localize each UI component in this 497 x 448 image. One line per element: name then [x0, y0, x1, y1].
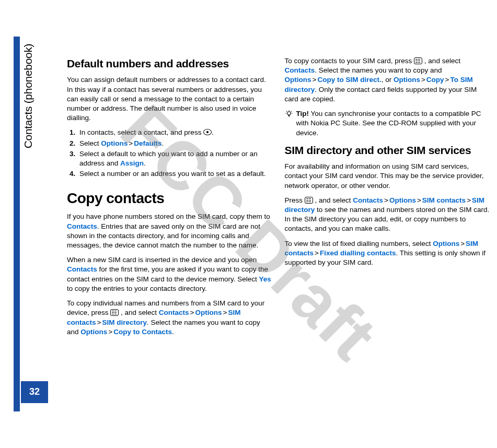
tip-label: Tip!: [296, 110, 309, 117]
paragraph-sim-1: For availability and information on usin…: [285, 162, 490, 191]
link-contacts-2: Contacts: [67, 265, 97, 273]
step-1-text-a: In contacts, select a contact, and press: [79, 128, 203, 136]
step-2-text-a: Select: [79, 139, 101, 147]
gt: >: [383, 196, 389, 204]
p-sim2-b: , and select: [313, 196, 353, 204]
gt: >: [416, 196, 422, 204]
p-copy3-d: .: [172, 328, 174, 336]
paragraph-copy-1: If you have phone numbers stored on the …: [67, 212, 272, 250]
p-sim2-a: Press: [285, 196, 305, 204]
section-tab-label: Contacts (phonebook): [21, 28, 36, 164]
page-body: Default numbers and addresses You can as…: [67, 56, 490, 411]
menu-key-icon-2: [414, 57, 422, 64]
separator-gt: >: [128, 139, 134, 147]
paragraph-copy-4: To copy contacts to your SIM card, press…: [285, 56, 490, 104]
p-copy3-b: , and select: [119, 309, 159, 316]
link-contacts-4: Contacts: [285, 66, 315, 74]
step-3: Select a default to which you want to ad…: [77, 149, 272, 168]
link-copy: Copy: [426, 76, 444, 84]
link-options: Options: [101, 139, 128, 147]
paragraph-default-intro: You can assign default numbers or addres…: [67, 75, 272, 123]
link-options-3: Options: [80, 328, 107, 336]
tip-text: You can synchronise your contacts to a c…: [296, 110, 481, 136]
menu-key-icon: [110, 309, 119, 316]
center-key-icon: [203, 129, 212, 135]
p-sim2-c: to see the names and numbers stored on t…: [285, 206, 490, 232]
link-yes: Yes: [259, 275, 271, 283]
link-sim-contacts-2: SIM contacts: [422, 196, 466, 204]
tip-body: Tip! You can synchronise your contacts t…: [296, 109, 490, 138]
paragraph-copy-2: When a new SIM card is inserted in the d…: [67, 255, 272, 293]
section-tab: Contacts (phonebook): [21, 28, 48, 164]
heading-sim-directory: SIM directory and other SIM services: [285, 143, 490, 158]
p-copy1-a: If you have phone numbers stored on the …: [67, 213, 270, 220]
tip-block: Tip! You can synchronise your contacts t…: [285, 109, 490, 138]
heading-default-numbers: Default numbers and addresses: [67, 56, 272, 71]
p-copy4-b: , and select: [422, 57, 460, 65]
link-fixed-dialling: Fixed dialling contacts: [320, 249, 396, 257]
gt: >: [459, 240, 466, 247]
link-contacts-3: Contacts: [159, 309, 189, 316]
link-options-6: Options: [389, 196, 416, 204]
link-defaults: Defaults: [134, 139, 161, 147]
gt: >: [96, 319, 102, 326]
link-options-2: Options: [195, 309, 222, 316]
gt: >: [222, 309, 228, 316]
step-2: Select Options>Defaults.: [77, 139, 272, 148]
gt: >: [466, 196, 472, 204]
link-sim-directory: SIM directory: [102, 319, 147, 326]
link-assign: Assign: [120, 159, 144, 167]
p-copy2-c: to copy the entries to your contacts dir…: [67, 285, 207, 292]
side-blue-bar: [14, 37, 20, 411]
menu-key-icon-3: [305, 197, 313, 204]
paragraph-sim-3: To view the list of fixed dialling numbe…: [285, 239, 490, 268]
link-copy-to-sim-direct: Copy to SIM direct.: [317, 76, 381, 84]
gt: >: [314, 249, 320, 257]
link-options-7: Options: [433, 240, 459, 247]
link-copy-to-contacts: Copy to Contacts: [113, 328, 172, 336]
gt: >: [311, 76, 318, 84]
gt: >: [444, 76, 450, 84]
steps-list: In contacts, select a contact, and press…: [67, 128, 272, 179]
lightbulb-icon: [285, 110, 293, 118]
link-contacts-5: Contacts: [353, 196, 383, 204]
p-copy4-c: . Select the names you want to copy and: [315, 66, 442, 74]
svg-point-0: [287, 112, 290, 115]
link-contacts: Contacts: [67, 222, 97, 230]
heading-copy-contacts: Copy contacts: [67, 188, 272, 208]
p-copy2-a: When a new SIM card is inserted in the d…: [67, 256, 257, 264]
step-3-text-a: Select a default to which you want to ad…: [79, 150, 258, 167]
step-4: Select a number or an address you want t…: [77, 169, 272, 179]
step-3-text-b: .: [144, 159, 146, 167]
link-options-4: Options: [285, 76, 311, 84]
step-1: In contacts, select a contact, and press…: [77, 128, 272, 137]
p-sim3-a: To view the list of fixed dialling numbe…: [285, 240, 433, 247]
p-copy4-d: , or: [382, 76, 394, 84]
p-copy4-a: To copy contacts to your SIM card, press: [285, 57, 414, 65]
page-number: 32: [21, 381, 48, 403]
p-copy2-b: for the first time, you are asked if you…: [67, 265, 268, 282]
gt: >: [107, 328, 113, 336]
paragraph-sim-2: Press , and select Contacts>Options>SIM …: [285, 196, 490, 234]
gt: >: [189, 309, 195, 316]
link-options-5: Options: [394, 76, 420, 84]
step-1-text-b: .: [212, 128, 214, 136]
gt: >: [420, 76, 426, 84]
paragraph-copy-3: To copy individual names and numbers fro…: [67, 299, 272, 337]
step-2-text-b: .: [161, 139, 164, 147]
